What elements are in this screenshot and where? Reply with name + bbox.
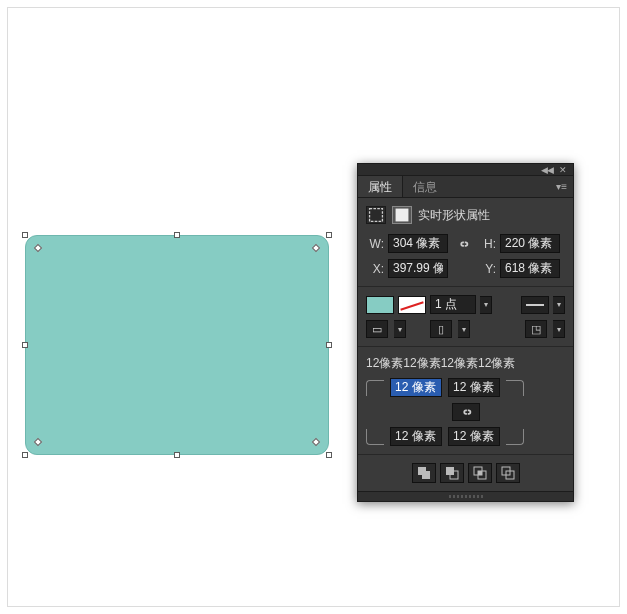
- corner-join-dropdown[interactable]: ◳: [525, 320, 547, 338]
- corner-br-input[interactable]: [448, 427, 500, 446]
- svg-rect-1: [396, 209, 409, 222]
- handle-ml[interactable]: [22, 342, 28, 348]
- pathop-exclude-button[interactable]: [496, 463, 520, 483]
- stroke-style-caret-icon[interactable]: ▾: [553, 296, 565, 314]
- tab-properties[interactable]: 属性: [358, 176, 403, 197]
- tab-info[interactable]: 信息: [403, 176, 447, 197]
- corner-tl-icon[interactable]: [366, 380, 384, 396]
- svg-rect-8: [478, 471, 482, 475]
- handle-tr[interactable]: [326, 232, 332, 238]
- handle-tm[interactable]: [174, 232, 180, 238]
- stroke-swatch[interactable]: [398, 296, 426, 314]
- y-label: Y:: [478, 262, 496, 276]
- corner-summary: 12像素12像素12像素12像素: [366, 355, 565, 372]
- close-icon[interactable]: ✕: [559, 165, 567, 175]
- pathop-subtract-button[interactable]: [440, 463, 464, 483]
- width-input[interactable]: [388, 234, 448, 253]
- pathop-intersect-button[interactable]: [468, 463, 492, 483]
- canvas[interactable]: ◀◀ ✕ 属性 信息 ▾≡ 实时形状属性 W:: [7, 7, 620, 607]
- stroke-weight-dropdown-icon[interactable]: ▾: [480, 296, 492, 314]
- stroke-style-dropdown[interactable]: [521, 296, 549, 314]
- panel-resize-grip[interactable]: [358, 491, 573, 501]
- live-shape-icon[interactable]: [392, 206, 412, 224]
- properties-panel: ◀◀ ✕ 属性 信息 ▾≡ 实时形状属性 W:: [357, 163, 574, 502]
- corner-tl-input[interactable]: [390, 378, 442, 397]
- stroke-weight-input[interactable]: 1 点: [430, 295, 476, 314]
- corner-tr-input[interactable]: [448, 378, 500, 397]
- x-input[interactable]: [388, 259, 448, 278]
- svg-rect-0: [370, 209, 383, 222]
- link-corners-icon[interactable]: [452, 403, 480, 421]
- corner-bl-input[interactable]: [390, 427, 442, 446]
- panel-menu-icon[interactable]: ▾≡: [556, 181, 567, 192]
- corner-br-icon[interactable]: [506, 429, 524, 445]
- bounds-icon[interactable]: [366, 206, 386, 224]
- handle-mr[interactable]: [326, 342, 332, 348]
- w-label: W:: [366, 237, 384, 251]
- panel-topbar: ◀◀ ✕: [358, 164, 573, 176]
- height-input[interactable]: [500, 234, 560, 253]
- corner-tr-icon[interactable]: [506, 380, 524, 396]
- handle-bm[interactable]: [174, 452, 180, 458]
- x-label: X:: [366, 262, 384, 276]
- fill-swatch[interactable]: [366, 296, 394, 314]
- svg-rect-3: [422, 471, 430, 479]
- section-title: 实时形状属性: [418, 207, 490, 224]
- handle-br[interactable]: [326, 452, 332, 458]
- rounded-rectangle-shape[interactable]: [25, 235, 329, 455]
- cap-dropdown[interactable]: ▯: [430, 320, 452, 338]
- y-input[interactable]: [500, 259, 560, 278]
- tabbar: 属性 信息 ▾≡: [358, 176, 573, 198]
- corner-bl-icon[interactable]: [366, 429, 384, 445]
- corner-join-caret-icon[interactable]: ▾: [553, 320, 565, 338]
- link-wh-icon[interactable]: [452, 235, 474, 253]
- pathop-unite-button[interactable]: [412, 463, 436, 483]
- stroke-align-caret-icon[interactable]: ▾: [394, 320, 406, 338]
- cap-caret-icon[interactable]: ▾: [458, 320, 470, 338]
- handle-tl[interactable]: [22, 232, 28, 238]
- stroke-align-dropdown[interactable]: ▭: [366, 320, 388, 338]
- collapse-icon[interactable]: ◀◀: [541, 165, 553, 175]
- handle-bl[interactable]: [22, 452, 28, 458]
- xy-spacer: [452, 260, 474, 278]
- h-label: H:: [478, 237, 496, 251]
